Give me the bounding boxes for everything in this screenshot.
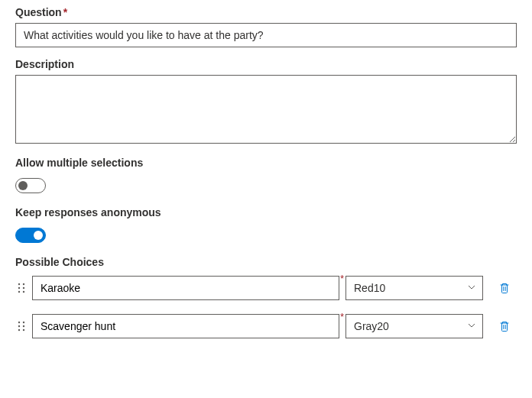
svg-point-8 [18,325,20,327]
drag-handle-icon[interactable] [15,321,28,332]
anonymous-toggle[interactable] [15,228,46,243]
toggle-knob [18,181,28,190]
trash-icon [498,282,511,294]
choice-color-select[interactable]: Gray20 [345,314,483,338]
delete-choice-button[interactable] [492,314,517,338]
allow-multiple-label: Allow multiple selections [15,157,517,169]
svg-point-10 [18,329,20,331]
svg-point-9 [23,325,24,327]
required-asterisk: * [340,273,344,284]
svg-point-2 [18,287,20,289]
allow-multiple-toggle[interactable] [15,178,46,193]
drag-handle-icon[interactable] [15,283,28,293]
svg-point-6 [18,322,20,323]
question-label: Question* [15,6,517,18]
svg-point-4 [18,291,20,293]
delete-choice-button[interactable] [492,276,517,300]
svg-point-0 [18,283,20,285]
description-label: Description [15,58,517,70]
required-asterisk: * [63,6,67,18]
choice-color-select[interactable]: Red10 [345,276,483,300]
chevron-down-icon [467,282,476,294]
svg-point-5 [23,291,24,293]
description-textarea[interactable] [15,75,517,144]
question-input[interactable] [15,23,517,47]
svg-point-1 [23,283,24,285]
choice-row: * Red10 [15,276,517,300]
svg-point-3 [23,287,24,289]
required-asterisk: * [340,311,344,322]
toggle-knob [34,231,43,240]
choice-text-input[interactable] [32,276,339,300]
choices-label: Possible Choices [15,256,517,268]
svg-point-11 [23,329,24,331]
chevron-down-icon [467,320,476,332]
trash-icon [498,320,511,332]
svg-point-7 [23,322,24,323]
choice-row: * Gray20 [15,314,517,338]
anonymous-label: Keep responses anonymous [15,206,517,218]
choice-text-input[interactable] [32,314,339,338]
